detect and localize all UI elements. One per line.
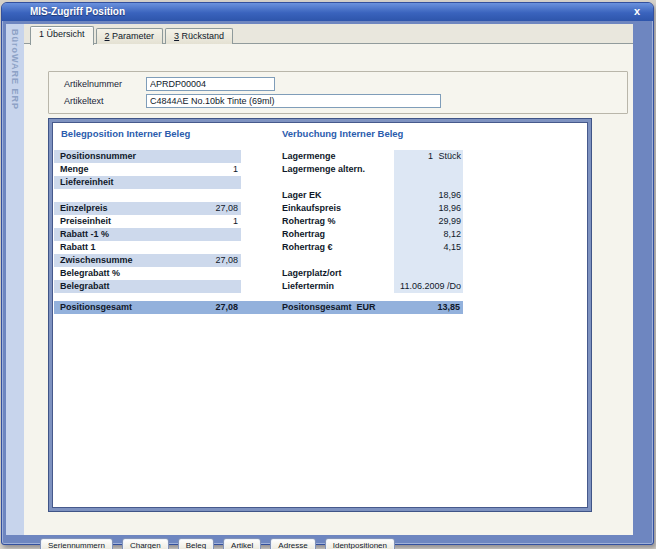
window-body: BüroWARE ERP 1 Übersicht 2 Parameter 3 R… <box>6 24 633 535</box>
field-row: Belegrabatt % <box>54 267 241 280</box>
beleg-button[interactable]: Beleg <box>178 538 214 549</box>
artikelnummer-label: Artikelnummer <box>64 77 146 91</box>
panel-inner: Belegposition Interner Beleg Verbuchung … <box>52 122 588 508</box>
field-row: Einzelpreis27,08 <box>54 202 241 215</box>
field-row: Lagermenge1Stück <box>282 150 463 163</box>
brand-vertical-label: BüroWARE ERP <box>10 24 20 535</box>
tab-page-uebersicht: Artikelnummer Artikeltext Belegposition … <box>24 43 633 535</box>
positionsgesamt-value: 27,08 <box>154 301 238 314</box>
left-column: Positionsnummer Menge1 Liefereinheit Ein… <box>54 150 241 293</box>
tab-rueckstand[interactable]: 3 Rückstand <box>165 28 233 44</box>
seriennummern-button[interactable]: Seriennummern <box>40 538 113 549</box>
totals-band: Positionsgesamt 27,08 Positonsgesamt EUR… <box>54 301 463 314</box>
field-row: Rabatt 1 <box>54 241 241 254</box>
artikeltext-row: Artikeltext <box>64 94 441 108</box>
field-row: Rabatt -1 % <box>54 228 241 241</box>
position-data-panel: Belegposition Interner Beleg Verbuchung … <box>48 118 592 512</box>
field-row: Lager EK18,96 <box>282 189 463 202</box>
field-row: Belegrabatt <box>54 280 241 293</box>
field-row: Zwischensumme27,08 <box>54 254 241 267</box>
right-section-title: Verbuchung Interner Beleg <box>282 128 403 139</box>
tab-uebersicht[interactable]: 1 Übersicht <box>30 26 94 45</box>
artikeltext-label: Artikeltext <box>64 94 146 108</box>
identpositionen-button[interactable]: Identpositionen <box>325 538 395 549</box>
field-row: Liefertermin11.06.2009 /Do <box>282 280 463 293</box>
dialog-window: MIS-Zugriff Position x BüroWARE ERP 1 Üb… <box>1 2 654 545</box>
tab-bar: 1 Übersicht 2 Parameter 3 Rückstand <box>30 26 235 43</box>
artikelnummer-row: Artikelnummer <box>64 77 275 91</box>
left-section-title: Belegposition Interner Beleg <box>61 128 190 139</box>
field-row: Positionsnummer <box>54 150 241 163</box>
field-row: Lagermenge altern. <box>282 163 463 176</box>
field-row: Rohertrag %29,99 <box>282 215 463 228</box>
title-bar[interactable]: MIS-Zugriff Position x <box>2 3 653 21</box>
field-row <box>282 254 463 267</box>
positionsgesamt-eur-label: Positonsgesamt EUR <box>282 301 376 314</box>
artikelnummer-input[interactable] <box>146 77 275 91</box>
field-row: Preiseinheit1 <box>54 215 241 228</box>
button-bar: Seriennummern Chargen Beleg Artikel Adre… <box>40 538 395 549</box>
window-title: MIS-Zugriff Position <box>30 6 125 17</box>
artikeltext-input[interactable] <box>146 94 441 108</box>
tab-parameter[interactable]: 2 Parameter <box>96 28 164 44</box>
chargen-button[interactable]: Chargen <box>122 538 169 549</box>
brand-strip: BüroWARE ERP <box>6 24 24 535</box>
positionsgesamt-eur-value: 13,85 <box>384 301 460 314</box>
main-area: 1 Übersicht 2 Parameter 3 Rückstand Arti… <box>24 24 633 535</box>
field-row <box>282 176 463 189</box>
right-column: Lagermenge1Stück Lagermenge altern. Lage… <box>282 150 463 293</box>
unit-label: Stück <box>433 150 463 163</box>
close-icon[interactable]: x <box>634 5 640 18</box>
artikel-button[interactable]: Artikel <box>223 538 261 549</box>
positionsgesamt-label: Positionsgesamt <box>60 301 132 314</box>
adresse-button[interactable]: Adresse <box>270 538 315 549</box>
field-row: Liefereinheit <box>54 176 241 189</box>
article-field-group: Artikelnummer Artikeltext <box>48 71 628 114</box>
field-row <box>54 189 241 202</box>
field-row: Rohertrag €4,15 <box>282 241 463 254</box>
field-row: Rohertrag8,12 <box>282 228 463 241</box>
field-row: Einkaufspreis18,96 <box>282 202 463 215</box>
field-row: Menge1 <box>54 163 241 176</box>
field-row: Lagerplatz/ort <box>282 267 463 280</box>
